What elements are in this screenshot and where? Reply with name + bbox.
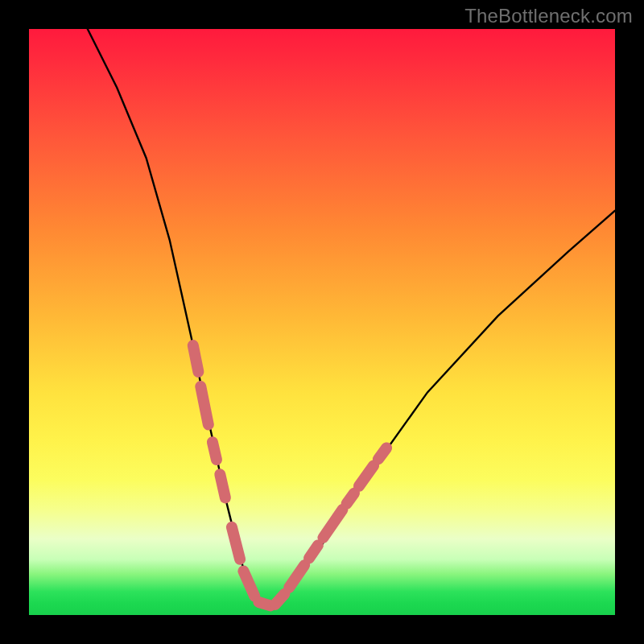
marker-dashes	[193, 345, 386, 605]
marker-dash	[232, 527, 240, 559]
marker-dash	[200, 386, 208, 424]
marker-dash	[193, 345, 199, 372]
marker-dash	[289, 565, 304, 588]
marker-dash	[324, 510, 343, 538]
marker-dash	[220, 474, 225, 497]
marker-dash	[378, 448, 386, 460]
watermark-text: TheBottleneck.com	[464, 5, 633, 27]
marker-dash	[275, 594, 285, 605]
bottleneck-curve	[88, 29, 615, 606]
marker-dash	[347, 493, 354, 504]
marker-dash	[213, 442, 217, 460]
plot-area	[29, 29, 615, 615]
chart-svg	[29, 29, 615, 615]
chart-frame: TheBottleneck.com	[0, 0, 644, 644]
marker-dash	[309, 545, 318, 558]
marker-dash	[359, 465, 374, 485]
marker-dash	[258, 602, 270, 605]
marker-dash	[243, 571, 254, 596]
